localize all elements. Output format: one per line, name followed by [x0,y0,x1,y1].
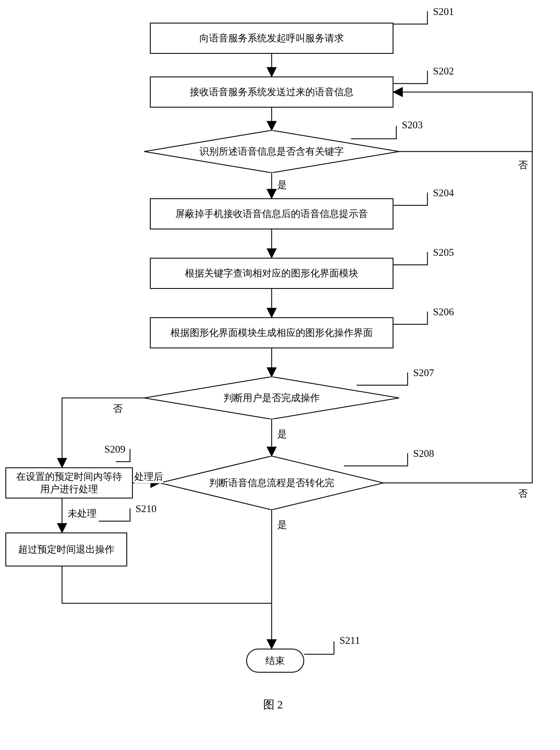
decision-s207-text: 判断用户是否完成操作 [223,392,320,404]
step-s206-num: S206 [433,306,454,318]
label-s207-yes: 是 [277,428,287,441]
step-s210-text: 超过预定时间退出操作 [18,543,115,556]
step-s201-num: S201 [433,6,454,18]
step-s202-num: S202 [433,65,454,77]
decision-s208-text: 判断语音信息流程是否转化完 [209,477,334,489]
label-s208-yes: 是 [277,518,287,531]
figure-label: 图 2 [263,697,283,712]
step-s211-num: S211 [340,634,360,646]
step-s210: 超过预定时间退出操作 [5,532,127,566]
step-s205-num: S205 [433,246,454,258]
step-s202-text: 接收语音服务系统发送过来的语音信息 [190,86,354,98]
decision-s203-text: 识别所述语音信息是否含有关键字 [199,145,344,158]
label-s207-no: 否 [113,402,123,415]
step-s206: 根据图形化界面模块生成相应的图形化操作界面 [150,317,394,348]
step-s205: 根据关键字查询相对应的图形化界面模块 [150,258,394,289]
terminator-end: 结束 [246,649,304,673]
step-s206-text: 根据图形化界面模块生成相应的图形化操作界面 [171,327,373,339]
step-s209-text: 在设置的预定时间内等待用户进行处理 [12,470,126,495]
step-s201-text: 向语音服务系统发起呼叫服务请求 [199,32,344,44]
label-s209-unprocessed: 未处理 [68,507,97,520]
label-s203-yes: 是 [277,179,287,191]
terminator-end-text: 结束 [265,654,285,667]
step-s205-text: 根据关键字查询相对应的图形化界面模块 [185,267,358,280]
step-s209: 在设置的预定时间内等待用户进行处理 [5,467,133,499]
label-s203-no: 否 [518,159,528,171]
label-s209-processed: 处理后 [134,470,163,483]
step-s204-num: S204 [433,187,454,199]
step-s201: 向语音服务系统发起呼叫服务请求 [150,23,394,54]
step-s203-num: S203 [402,119,423,131]
flowchart: 向语音服务系统发起呼叫服务请求 S201 接收语音服务系统发送过来的语音信息 S… [11,11,549,736]
label-s208-no: 否 [518,487,528,500]
decision-s203: 识别所述语音信息是否含有关键字 [144,130,399,173]
decision-s207: 判断用户是否完成操作 [144,377,399,419]
step-s209-num: S209 [104,443,125,455]
step-s208-num: S208 [413,447,434,460]
step-s204: 屏蔽掉手机接收语音信息后的语音信息提示音 [150,198,394,229]
step-s204-text: 屏蔽掉手机接收语音信息后的语音信息提示音 [175,208,368,220]
step-s210-num: S210 [136,503,157,515]
step-s207-num: S207 [413,367,434,379]
connector-lines [11,11,549,736]
decision-s208: 判断语音信息流程是否转化完 [160,456,383,510]
step-s202: 接收语音服务系统发送过来的语音信息 [150,77,394,108]
